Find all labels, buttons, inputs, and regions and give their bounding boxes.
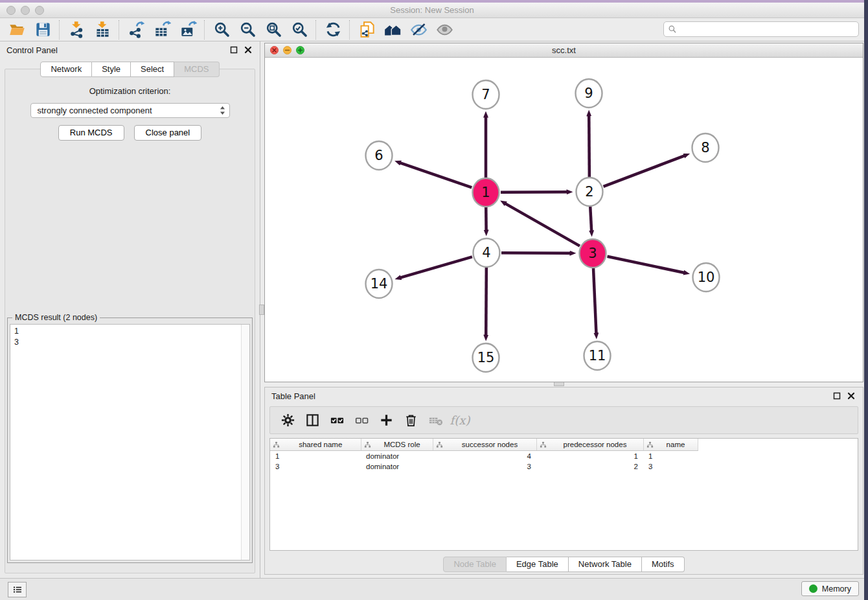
- graph-edge-4-3[interactable]: [501, 253, 571, 253]
- float-table-panel-icon[interactable]: [832, 391, 842, 401]
- zoom-fit-icon[interactable]: [260, 20, 286, 40]
- network-window-titlebar[interactable]: scc.txt: [265, 43, 863, 58]
- close-window-icon[interactable]: [6, 6, 16, 15]
- table-cell: dominator: [361, 451, 433, 462]
- trash-icon[interactable]: [400, 411, 422, 430]
- zoom-selected-icon[interactable]: [286, 20, 312, 40]
- task-history-button[interactable]: [8, 582, 27, 597]
- graph-node-3[interactable]: 3: [580, 239, 606, 268]
- optimization-criterion-label: Optimization criterion:: [5, 86, 255, 96]
- mcds-result-line: 3: [14, 337, 249, 348]
- import-table-icon[interactable]: [89, 20, 115, 40]
- graph-edge-2-9[interactable]: [589, 115, 589, 177]
- graph-edge-4-14[interactable]: [400, 257, 472, 277]
- network-view-window: scc.txt 7968124314101511: [264, 43, 863, 382]
- graph-node-14[interactable]: 14: [366, 270, 393, 298]
- show-details-icon[interactable]: [431, 20, 457, 40]
- graph-edge-1-6[interactable]: [400, 163, 472, 187]
- graph-node-4[interactable]: 4: [474, 238, 500, 267]
- network-graph: 7968124314101511: [265, 57, 863, 382]
- table-row[interactable]: 3dominator323: [270, 461, 698, 472]
- tab-style[interactable]: Style: [92, 62, 131, 77]
- table-tab-edge-table[interactable]: Edge Table: [507, 557, 569, 572]
- status-bar: Memory: [0, 578, 864, 600]
- table-tab-node-table[interactable]: Node Table: [443, 557, 507, 572]
- table-cell: 3: [433, 461, 536, 472]
- criterion-dropdown[interactable]: strongly connected component: [30, 103, 230, 118]
- table-tab-network-table[interactable]: Network Table: [569, 557, 642, 572]
- column-header-shared-name[interactable]: shared name: [270, 439, 361, 451]
- close-panel-button[interactable]: Close panel: [134, 125, 202, 141]
- graph-node-2[interactable]: 2: [577, 178, 603, 206]
- svg-text:9: 9: [584, 86, 593, 101]
- mcds-result-list[interactable]: 13: [10, 324, 250, 560]
- graph-node-6[interactable]: 6: [366, 141, 393, 170]
- graph-edge-3-11[interactable]: [593, 268, 596, 334]
- close-panel-icon[interactable]: [243, 45, 253, 55]
- close-table-panel-icon[interactable]: [846, 391, 856, 401]
- close-view-icon[interactable]: [270, 46, 279, 54]
- graph-node-10[interactable]: 10: [693, 263, 720, 292]
- search-icon: [668, 25, 677, 34]
- search-box[interactable]: [663, 21, 859, 37]
- export-image-icon[interactable]: [175, 20, 201, 40]
- result-scrollbar[interactable]: [241, 325, 249, 560]
- table-row[interactable]: 1dominator411: [270, 451, 698, 462]
- refresh-icon[interactable]: [320, 20, 346, 40]
- minimize-view-icon[interactable]: [283, 46, 291, 54]
- home-icon[interactable]: [380, 20, 405, 40]
- export-network-icon[interactable]: [123, 20, 149, 40]
- column-header-name[interactable]: name: [643, 439, 698, 451]
- gear-icon[interactable]: [277, 411, 299, 430]
- float-panel-icon[interactable]: [229, 45, 239, 55]
- maximize-view-icon[interactable]: [296, 46, 304, 54]
- save-icon[interactable]: [30, 20, 56, 40]
- control-panel-tabs: NetworkStyleSelectMCDS: [0, 62, 260, 77]
- select-all-icon[interactable]: [326, 411, 348, 430]
- tab-select[interactable]: Select: [131, 62, 174, 77]
- open-folder-icon[interactable]: [4, 20, 30, 40]
- graph-node-11[interactable]: 11: [584, 341, 611, 370]
- column-header-predecessor-nodes[interactable]: predecessor nodes: [536, 439, 643, 451]
- add-icon[interactable]: [375, 411, 397, 430]
- table-panel-title: Table Panel: [271, 391, 315, 401]
- column-header-MCDS-role[interactable]: MCDS role: [361, 439, 433, 451]
- column-header-successor-nodes[interactable]: successor nodes: [433, 439, 536, 451]
- graph-edge-1-2[interactable]: [501, 192, 567, 192]
- graph-edge-3-1[interactable]: [505, 203, 580, 246]
- columns-icon[interactable]: [301, 411, 323, 430]
- horizontal-splitter-handle[interactable]: [554, 382, 564, 386]
- table-tab-motifs[interactable]: Motifs: [642, 557, 685, 572]
- export-table-icon[interactable]: [149, 20, 175, 40]
- zoom-in-icon[interactable]: [209, 20, 234, 40]
- graph-node-8[interactable]: 8: [692, 133, 719, 162]
- zoom-out-icon[interactable]: [234, 20, 260, 40]
- graph-edge-4-15[interactable]: [486, 268, 486, 336]
- zoom-window-icon[interactable]: [35, 6, 44, 15]
- criterion-dropdown-value: strongly connected component: [38, 106, 220, 115]
- table-cell: 1: [270, 451, 361, 462]
- hide-details-icon[interactable]: [405, 20, 431, 40]
- network-file-icon[interactable]: [354, 20, 380, 40]
- vertical-splitter-handle[interactable]: [259, 305, 264, 315]
- graph-node-15[interactable]: 15: [473, 343, 499, 372]
- memory-button[interactable]: Memory: [801, 581, 859, 596]
- search-input[interactable]: [680, 24, 854, 34]
- graph-node-1[interactable]: 1: [473, 178, 499, 207]
- graph-edge-2-8[interactable]: [604, 156, 685, 187]
- graph-edge-3-10[interactable]: [608, 257, 685, 273]
- graph-node-9[interactable]: 9: [576, 79, 602, 108]
- graph-edge-2-3[interactable]: [590, 207, 591, 231]
- minimize-window-icon[interactable]: [21, 6, 30, 15]
- import-network-icon[interactable]: [63, 20, 89, 40]
- network-canvas[interactable]: 7968124314101511: [265, 57, 863, 382]
- toolbar-separator: [204, 20, 205, 40]
- tab-network[interactable]: Network: [40, 62, 92, 77]
- run-mcds-button[interactable]: Run MCDS: [58, 125, 124, 141]
- deselect-all-icon[interactable]: [350, 411, 372, 430]
- mcds-result-line: 1: [14, 326, 249, 337]
- window-controls[interactable]: [6, 6, 44, 15]
- tab-mcds[interactable]: MCDS: [174, 62, 219, 77]
- table-panel-tabs: Node TableEdge TableNetwork TableMotifs: [265, 557, 863, 572]
- graph-node-7[interactable]: 7: [473, 80, 499, 109]
